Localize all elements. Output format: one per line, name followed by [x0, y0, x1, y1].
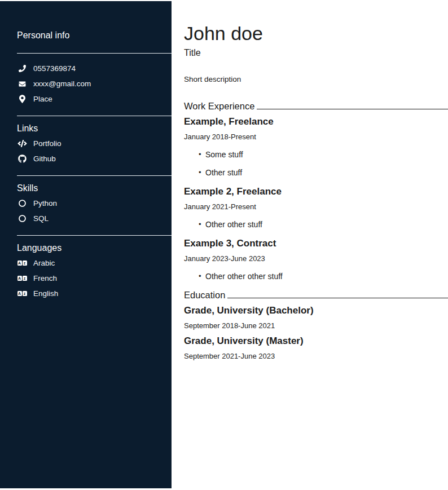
phone-icon	[17, 65, 27, 72]
sidebar-divider	[17, 175, 172, 176]
skill-label: SQL	[33, 214, 49, 223]
language-icon-letter: A	[17, 291, 22, 296]
sidebar-divider	[17, 53, 172, 54]
section-work-experience: Work Experience Example, Freelance Janua…	[184, 101, 448, 281]
language-item: Az English	[17, 286, 172, 301]
work-entry-title: Example 3, Contract	[184, 238, 448, 249]
sidebar: Personal info 0557369874 xxxx@gmail.com …	[0, 1, 172, 488]
skill-item: Python	[17, 196, 172, 211]
language-icon-letter: z	[23, 276, 27, 281]
personal-info-heading: Personal info	[17, 30, 172, 41]
bullet-item: Other other other stuff	[199, 272, 448, 281]
link-portfolio[interactable]: Portfolio	[17, 136, 172, 151]
code-icon	[17, 140, 27, 147]
sidebar-divider	[17, 235, 172, 236]
short-description: Short description	[184, 75, 448, 84]
bullet-item: Other stuff	[199, 168, 448, 177]
envelope-icon	[17, 81, 27, 87]
links-heading: Links	[17, 123, 172, 134]
link-github[interactable]: Github	[17, 151, 172, 166]
language-item: Az French	[17, 271, 172, 286]
work-entry-date: January 2021-Present	[184, 202, 448, 211]
language-icon: Az	[17, 261, 27, 266]
sidebar-section-links: Links Portfolio Github	[17, 116, 172, 166]
bullet-item: Other other stuff	[199, 220, 448, 229]
work-entry-bullets: Other other stuff	[184, 220, 448, 229]
place-row: Place	[17, 91, 172, 107]
sidebar-section-personal-info: Personal info 0557369874 xxxx@gmail.com …	[17, 30, 172, 107]
github-link-label: Github	[33, 154, 56, 163]
github-icon	[17, 154, 27, 163]
circle-icon	[17, 215, 27, 222]
language-label: French	[33, 274, 57, 282]
education-entry-title: Grade, University (Master)	[184, 336, 448, 347]
bullet-item: Some stuff	[199, 150, 448, 159]
work-entry-date: January 2018-Present	[184, 133, 448, 141]
language-icon-letter: A	[17, 261, 22, 266]
work-entry: Example 3, Contract January 2023-June 20…	[184, 238, 448, 281]
language-icon: Az	[17, 276, 27, 281]
work-experience-heading-text: Work Experience	[184, 101, 254, 112]
language-label: English	[33, 289, 58, 298]
education-entry: Grade, University (Master) September 202…	[184, 336, 448, 360]
education-heading-text: Education	[184, 290, 225, 301]
work-experience-heading: Work Experience	[184, 101, 448, 112]
skill-item: SQL	[17, 211, 172, 226]
phone-number: 0557369874	[33, 64, 76, 73]
work-entry-bullets: Other other other stuff	[184, 272, 448, 281]
email-row: xxxx@gmail.com	[17, 76, 172, 91]
person-name: John doe	[184, 23, 448, 44]
language-icon-letter: z	[23, 291, 27, 296]
portfolio-link-label: Portfolio	[33, 139, 62, 148]
education-heading: Education	[184, 290, 448, 301]
work-entry-title: Example 2, Freelance	[184, 186, 448, 197]
sidebar-divider	[17, 116, 172, 116]
language-icon-letter: z	[23, 261, 27, 266]
sidebar-section-skills: Skills Python SQL	[17, 175, 172, 226]
sidebar-section-languages: Languages Az Arabic Az French Az English	[17, 235, 172, 301]
work-entry-date: January 2023-June 2023	[184, 254, 448, 263]
section-education: Education Grade, University (Bachelor) S…	[184, 290, 448, 360]
work-entry: Example 2, Freelance January 2021-Presen…	[184, 186, 448, 229]
language-item: Az Arabic	[17, 255, 172, 271]
education-entry-date: September 2021-June 2023	[184, 352, 448, 360]
place-label: Place	[33, 95, 52, 103]
location-icon	[17, 95, 27, 103]
languages-heading: Languages	[17, 243, 172, 253]
skill-label: Python	[33, 199, 57, 208]
language-icon: Az	[17, 291, 27, 296]
skills-heading: Skills	[17, 183, 172, 193]
section-ruler	[257, 109, 448, 109]
education-entry: Grade, University (Bachelor) September 2…	[184, 305, 448, 330]
phone-row: 0557369874	[17, 61, 172, 76]
language-icon-letter: A	[17, 276, 22, 281]
work-entry: Example, Freelance January 2018-Present …	[184, 116, 448, 177]
education-entry-title: Grade, University (Bachelor)	[184, 305, 448, 316]
work-entry-bullets: Some stuff Other stuff	[184, 150, 448, 177]
section-ruler	[227, 298, 448, 298]
language-label: Arabic	[33, 259, 55, 267]
work-entry-title: Example, Freelance	[184, 116, 448, 127]
education-entry-date: September 2018-June 2021	[184, 321, 448, 330]
person-title: Title	[184, 47, 448, 58]
circle-icon	[17, 200, 27, 207]
email-address: xxxx@gmail.com	[33, 80, 91, 88]
resume-main: John doe Title Short description Work Ex…	[172, 0, 448, 360]
